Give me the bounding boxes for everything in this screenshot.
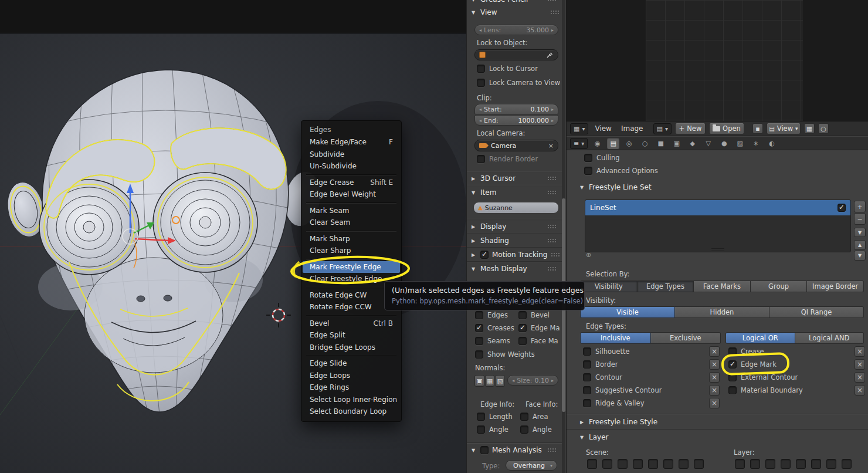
object-name-field[interactable]: ▲ Suzanne [473, 202, 559, 214]
menu-item[interactable]: Edge Slide [301, 357, 401, 370]
panel-grip-icon[interactable] [551, 252, 561, 258]
type-dropdown[interactable]: Overhang ▾ [506, 460, 557, 471]
new-image-button[interactable]: +New [675, 123, 706, 134]
tab-texture-icon[interactable]: ▨ [734, 138, 746, 149]
increment-arrow-icon[interactable]: ▸ [551, 28, 554, 33]
expand-icon[interactable]: ⊕ [586, 251, 591, 259]
layer-toggle[interactable] [842, 459, 852, 469]
external-contour-checkbox[interactable] [728, 373, 737, 381]
edge-angle-checkbox[interactable] [477, 425, 485, 434]
layer-toggle[interactable] [618, 459, 628, 469]
mesh-analysis-checkbox[interactable] [480, 446, 489, 454]
advanced-options-row[interactable]: Advanced Options [584, 167, 658, 175]
layer-toggle[interactable] [694, 459, 704, 469]
lens-field[interactable]: ◂ Lens: 35.000 ▸ [474, 25, 558, 35]
draw-channels-icon[interactable]: ▦ [804, 123, 815, 134]
show-weights-checkbox[interactable] [475, 350, 483, 359]
normals-size-field[interactable]: ◂ Size: 0.10 ▸ [507, 375, 558, 386]
face-mark-checkbox[interactable] [518, 337, 527, 345]
face-angle-checkbox[interactable] [520, 425, 528, 434]
menu-item[interactable]: Select Loop Inner-Region [301, 394, 401, 406]
show-weights-row[interactable]: Show Weights [475, 350, 535, 359]
tab-scene-icon[interactable]: ◎ [623, 138, 635, 149]
edge-mark-checkbox[interactable] [728, 360, 737, 369]
material-boundary-exclude-icon[interactable]: × [855, 385, 865, 396]
material-boundary-checkbox[interactable] [728, 386, 737, 394]
lock-camera-row[interactable]: Lock Camera to View [477, 79, 560, 87]
layer-toggle[interactable] [587, 459, 597, 469]
view-mode-dropdown[interactable]: ▤View▾ [767, 123, 801, 134]
clip-end-field[interactable]: ◂ End: 1000.000 ▸ [474, 115, 558, 126]
image-editor[interactable] [567, 0, 868, 121]
tab-modifiers-icon[interactable]: ◆ [686, 138, 699, 149]
selection-visibility-button[interactable]: Visibility [580, 281, 638, 292]
edge-angle-row[interactable]: Angle [477, 425, 508, 434]
tab-data-icon[interactable]: ▽ [702, 138, 714, 149]
increment-arrow-icon[interactable]: ▸ [551, 118, 554, 123]
panel-grip-icon[interactable] [550, 10, 560, 15]
culling-checkbox[interactable] [584, 154, 592, 162]
menu-item[interactable]: Make Edge/FaceF [301, 136, 401, 148]
menu-item[interactable]: Edge CreaseShift E [301, 177, 401, 189]
panel-header-freestyle-line-style[interactable]: ▶ Freestyle Line Style [567, 414, 868, 426]
edge-mark-exclude-icon[interactable]: × [855, 359, 865, 370]
layer-toggle[interactable] [781, 459, 791, 469]
overlay-bevel-row[interactable]: Bevel [518, 311, 550, 319]
decrement-arrow-icon[interactable]: ◂ [479, 118, 482, 123]
selection-image-border-button[interactable]: Image Border [807, 281, 864, 292]
display-icon[interactable]: ○ [818, 123, 829, 134]
layer-toggle[interactable] [796, 459, 806, 469]
contour-exclude-icon[interactable]: × [709, 372, 720, 383]
loop-normals-icon[interactable]: ▦ [485, 375, 495, 387]
logical-and-button[interactable]: Logical AND [795, 332, 864, 344]
layer-toggle[interactable] [663, 459, 673, 469]
external-contour-row[interactable]: External Contour [728, 373, 798, 381]
clear-camera-icon[interactable]: × [548, 142, 554, 150]
list-resize-grip-icon[interactable] [711, 248, 724, 251]
browse-image-dropdown[interactable]: ▤▾ [653, 123, 672, 134]
panel-header-display[interactable]: ▶ Display [467, 219, 562, 231]
selection-group-button[interactable]: Group [751, 281, 808, 292]
local-camera-field[interactable]: Camera × [474, 140, 558, 151]
lock-camera-checkbox[interactable] [477, 79, 485, 87]
material-boundary-row[interactable]: Material Boundary [728, 386, 803, 394]
menu-item[interactable]: Clear Seam [301, 217, 401, 229]
layer-toggle[interactable] [602, 459, 612, 469]
border-checkbox[interactable] [583, 360, 591, 369]
area-checkbox[interactable] [520, 413, 528, 421]
render-border-row[interactable]: Render Border [477, 155, 538, 163]
external-contour-exclude-icon[interactable]: × [855, 372, 865, 383]
length-checkbox[interactable] [477, 413, 485, 421]
menu-item[interactable]: Edge Bevel Weight [301, 188, 401, 201]
visible-button[interactable]: Visible [580, 306, 675, 318]
layer-toggle[interactable] [679, 459, 689, 469]
panel-grip-icon[interactable] [547, 266, 557, 272]
tab-particles-icon[interactable]: ∗ [750, 138, 762, 149]
creases-checkbox[interactable] [475, 324, 483, 332]
silhouette-checkbox[interactable] [583, 347, 591, 356]
lock-to-cursor-row[interactable]: Lock to Cursor [477, 65, 538, 73]
lock-object-field[interactable] [474, 49, 558, 60]
menu-item[interactable]: Bridge Edge Loops [301, 342, 401, 354]
menu-image[interactable]: Image [618, 124, 646, 133]
contour-row[interactable]: Contour [583, 373, 622, 381]
silhouette-exclude-icon[interactable]: × [709, 346, 720, 357]
menu-item[interactable]: Edge Split [301, 329, 401, 342]
menu-item[interactable]: Select Boundary Loop [301, 406, 401, 418]
remove-lineset-button[interactable]: − [854, 213, 866, 225]
editor-type-dropdown[interactable]: ≡▾ [570, 138, 588, 149]
overlay-face-mark-row[interactable]: Face Ma [518, 337, 558, 345]
menu-item[interactable]: Subdivide [301, 148, 401, 161]
overlay-edges-row[interactable]: Edges [475, 311, 508, 319]
crease-exclude-icon[interactable]: × [855, 346, 865, 357]
menu-item[interactable]: Edge Loops [301, 370, 401, 382]
tab-constraints-icon[interactable]: ▣ [670, 138, 683, 149]
silhouette-row[interactable]: Silhouette [583, 347, 629, 356]
selection-face-marks-button[interactable]: Face Marks [694, 281, 751, 292]
lineset-row[interactable]: LineSet [585, 200, 850, 215]
menu-item[interactable]: Mark Seam [301, 205, 401, 217]
crease-row[interactable]: Crease [728, 347, 764, 356]
overlay-creases-row[interactable]: Creases [475, 324, 514, 332]
menu-view[interactable]: View [592, 124, 614, 133]
layer-toggle[interactable] [811, 459, 821, 469]
